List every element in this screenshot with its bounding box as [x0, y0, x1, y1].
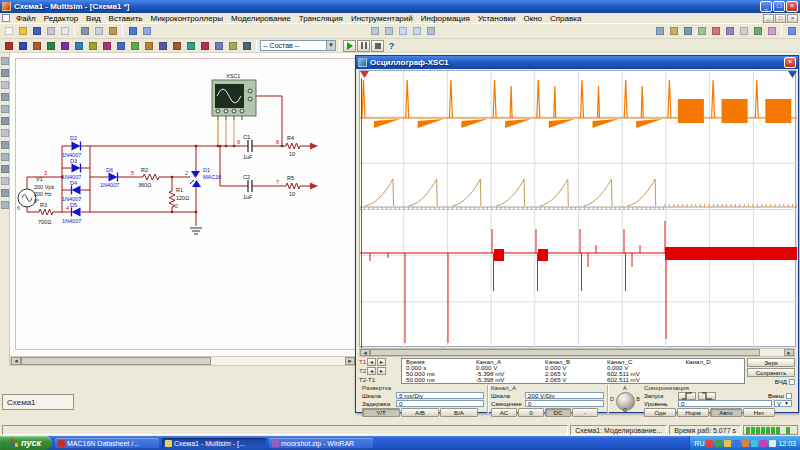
menu-item-5[interactable]: Моделирование: [227, 14, 295, 23]
coupling-dc-button[interactable]: DC: [545, 408, 571, 417]
tray-icon-4[interactable]: [742, 440, 749, 447]
timebase-delay-field[interactable]: 0: [396, 400, 484, 407]
trigger-ext-checkbox[interactable]: [786, 393, 792, 399]
ni-group-icon[interactable]: [212, 40, 225, 52]
left-tool-icon-11[interactable]: [1, 189, 9, 197]
peripherals-group-icon[interactable]: [170, 40, 183, 52]
left-tool-icon-2[interactable]: [1, 81, 9, 89]
menu-item-0[interactable]: Файл: [12, 14, 40, 23]
zoom-out-icon[interactable]: [383, 25, 396, 37]
zoom-full-icon[interactable]: [425, 25, 438, 37]
open-icon[interactable]: [16, 25, 29, 37]
scroll-left-icon[interactable]: ◄: [360, 349, 370, 356]
cut-icon[interactable]: [78, 25, 91, 37]
transistor-group-icon[interactable]: [44, 40, 57, 52]
component-wizard-icon[interactable]: [695, 25, 708, 37]
timebase-mode-a-b-button[interactable]: A/B: [401, 408, 439, 417]
menu-item-6[interactable]: Трансляция: [295, 14, 347, 23]
postprocessor-icon[interactable]: [723, 25, 736, 37]
trigger-level-unit[interactable]: V▼: [774, 400, 792, 407]
zoom-fit-icon[interactable]: [411, 25, 424, 37]
ext-trigger-checkbox[interactable]: [789, 379, 795, 385]
mdi-restore-button[interactable]: □: [775, 14, 786, 23]
cursor-left-button[interactable]: ◄: [367, 367, 376, 375]
taskbar-task-0[interactable]: MAC16N Datasheet /...: [55, 438, 159, 449]
copy-icon[interactable]: [92, 25, 105, 37]
capture-area-icon[interactable]: [751, 25, 764, 37]
menu-item-10[interactable]: Окно: [519, 14, 546, 23]
left-tool-icon-1[interactable]: [1, 69, 9, 77]
new-icon[interactable]: [2, 25, 15, 37]
project-bar-icon[interactable]: [653, 25, 666, 37]
redo-icon[interactable]: [140, 25, 153, 37]
canvas-horizontal-scrollbar[interactable]: ◄ ►: [10, 356, 356, 366]
scroll-right-icon[interactable]: ►: [784, 349, 794, 356]
trigger-mode-одн-button[interactable]: Одн: [644, 408, 676, 417]
misc-group-icon[interactable]: [156, 40, 169, 52]
left-tool-icon-9[interactable]: [1, 165, 9, 173]
channel-scale-field[interactable]: 200 V/Div: [525, 392, 604, 399]
taskbar-task-1[interactable]: Схема1 - Multisim - [...: [162, 438, 266, 449]
trigger-mode-нет-button[interactable]: Нет: [743, 408, 775, 417]
database-icon[interactable]: [681, 25, 694, 37]
erc-icon[interactable]: [737, 25, 750, 37]
tray-icon-1[interactable]: [715, 440, 722, 447]
run-button[interactable]: [343, 40, 356, 52]
close-button[interactable]: ×: [786, 1, 798, 12]
help-icon[interactable]: [785, 25, 798, 37]
indicator-group-icon[interactable]: [128, 40, 141, 52]
tray-icon-7[interactable]: [769, 440, 776, 447]
sheet-tab-panel[interactable]: Схема1: [2, 394, 74, 410]
trigger-level-field[interactable]: 0: [678, 400, 772, 407]
oscilloscope-close-button[interactable]: ×: [784, 57, 796, 68]
stop-button[interactable]: [371, 40, 384, 52]
power-group-icon[interactable]: [142, 40, 155, 52]
menu-item-3[interactable]: Вставить: [105, 14, 147, 23]
mcu-group-icon[interactable]: [240, 40, 253, 52]
reverse-button[interactable]: Зерк: [747, 358, 795, 367]
breadboard-icon[interactable]: [765, 25, 778, 37]
pause-button[interactable]: [357, 40, 370, 52]
tray-icon-5[interactable]: [751, 440, 758, 447]
print-icon[interactable]: [44, 25, 57, 37]
timebase-mode-y-t-button[interactable]: Y/T: [362, 408, 400, 417]
timebase-scale-field[interactable]: 5 ms/Div: [396, 392, 484, 399]
taskbar-task-2[interactable]: moorshot.zip - WinRAR: [269, 438, 373, 449]
channel-offset-field[interactable]: 0: [525, 400, 604, 407]
falling-edge-button[interactable]: [698, 392, 716, 400]
start-button[interactable]: пуск: [0, 436, 52, 450]
left-tool-icon-4[interactable]: [1, 105, 9, 113]
undo-icon[interactable]: [126, 25, 139, 37]
left-tool-icon-8[interactable]: [1, 153, 9, 161]
print-preview-icon[interactable]: [58, 25, 71, 37]
tray-icon-6[interactable]: [760, 440, 767, 447]
zoom-in-icon[interactable]: [369, 25, 382, 37]
misc-digital-group-icon[interactable]: [100, 40, 113, 52]
coupling-0-button[interactable]: 0: [518, 408, 544, 417]
left-tool-icon-6[interactable]: [1, 129, 9, 137]
menu-item-2[interactable]: Вид: [82, 14, 104, 23]
oscilloscope-scrollbar[interactable]: ◄ ►: [359, 348, 795, 357]
mixed-group-icon[interactable]: [114, 40, 127, 52]
coupling---button[interactable]: -: [572, 408, 598, 417]
menu-item-7[interactable]: Инструментарий: [347, 14, 417, 23]
connector-group-icon[interactable]: [226, 40, 239, 52]
trigger-mode-норм-button[interactable]: Норм: [677, 408, 709, 417]
menu-item-8[interactable]: Информация: [417, 14, 474, 23]
cursor-right-button[interactable]: ►: [377, 358, 386, 366]
source-group-icon[interactable]: [2, 40, 15, 52]
cursor-left-button[interactable]: ◄: [367, 358, 376, 366]
paste-icon[interactable]: [106, 25, 119, 37]
scroll-right-icon[interactable]: ►: [345, 357, 355, 365]
save-icon[interactable]: [30, 25, 43, 37]
mdi-minimize-button[interactable]: _: [763, 14, 774, 23]
rising-edge-button[interactable]: [678, 392, 696, 400]
menu-item-1[interactable]: Редактор: [40, 14, 82, 23]
oscilloscope-title-bar[interactable]: Осциллограф-XSC1 ×: [356, 56, 798, 69]
ttl-group-icon[interactable]: [72, 40, 85, 52]
menu-item-9[interactable]: Установки: [474, 14, 520, 23]
analog-group-icon[interactable]: [58, 40, 71, 52]
basic-group-icon[interactable]: [16, 40, 29, 52]
scroll-left-icon[interactable]: ◄: [11, 357, 21, 365]
menu-item-4[interactable]: Микроконтроллеры: [147, 14, 227, 23]
